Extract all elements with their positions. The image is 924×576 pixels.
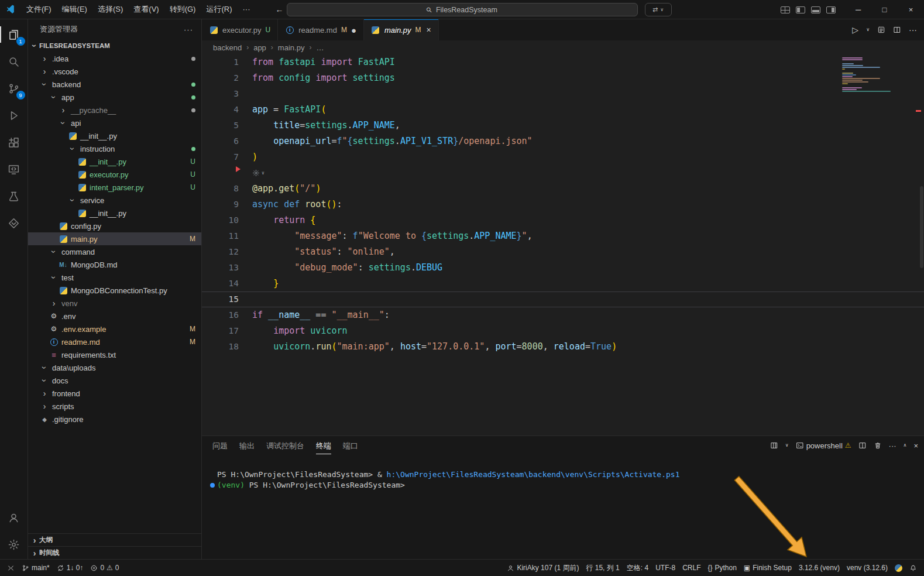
breadcrumb-item[interactable]: app <box>253 43 266 52</box>
code-line[interactable]: 17 import uvicorn <box>202 323 924 339</box>
panel-tab[interactable]: 端口 <box>343 437 358 454</box>
tree-item[interactable]: ›app <box>28 91 201 104</box>
tree-item[interactable]: ›__pycache__ <box>28 104 201 116</box>
close-tab-icon[interactable]: × <box>427 25 431 35</box>
code-line[interactable]: 4app = FastAPI( <box>202 102 924 118</box>
panel-tab[interactable]: 调试控制台 <box>266 437 304 454</box>
sidebar-more-actions[interactable]: ··· <box>184 25 193 34</box>
status-language-mode[interactable]: {}Python <box>704 560 740 576</box>
tree-item[interactable]: ›data\uploads <box>28 361 201 374</box>
run-dropdown-icon[interactable]: ∨ <box>866 28 870 32</box>
activity-scm[interactable]: 9 <box>0 75 28 102</box>
tree-item[interactable]: MongoDBConnectionTest.py <box>28 284 201 297</box>
code-line[interactable]: 16if __name__ == "__main__": <box>202 307 924 323</box>
terminal-instance[interactable]: powershell⚠ <box>796 441 851 450</box>
toggle-secondary-sidebar-icon[interactable] <box>826 6 836 13</box>
titlebar-extra-button[interactable]: ⇄ ∨ <box>645 3 672 16</box>
panel-tab[interactable]: 问题 <box>212 437 228 454</box>
code-line[interactable]: 8@app.get("/") <box>202 181 924 197</box>
interactive-window-button-icon[interactable] <box>877 26 885 34</box>
customize-layout-icon[interactable] <box>781 6 790 13</box>
code-line[interactable]: 12 "status": "online", <box>202 244 924 260</box>
tree-item[interactable]: config.py <box>28 220 201 232</box>
menu-item[interactable]: 编辑(E) <box>57 3 92 16</box>
menu-item[interactable]: ··· <box>237 3 255 16</box>
terminal-profile-dropdown-icon[interactable]: ∨ <box>785 443 789 448</box>
tree-item[interactable]: ›docs <box>28 374 201 387</box>
tree-item[interactable]: __init__.py <box>28 129 201 142</box>
tree-item[interactable]: ◆.gitignore <box>28 413 201 426</box>
activity-gear[interactable] <box>0 531 28 558</box>
tree-item[interactable]: ireadme.mdM <box>28 335 201 348</box>
panel-tab[interactable]: 终端 <box>316 437 331 454</box>
explorer-section-header[interactable]: › FILESREADSYSTEAM <box>28 39 201 52</box>
command-center-search[interactable]: ⚲ FilesReadSysteam <box>287 3 638 16</box>
activity-extensions[interactable] <box>0 129 28 156</box>
code-editor[interactable]: 1from fastapi import FastAPI2from config… <box>202 54 924 436</box>
toggle-primary-sidebar-icon[interactable] <box>796 6 805 13</box>
run-python-button-icon[interactable]: ▷ <box>852 26 858 34</box>
status-encoding[interactable]: UTF-8 <box>652 560 679 576</box>
tree-item[interactable]: ›venv <box>28 297 201 310</box>
tree-item[interactable]: ›.vscode <box>28 65 201 78</box>
status-indentation[interactable]: 空格: 4 <box>623 560 652 576</box>
editor-tab[interactable]: ireadme.mdM● <box>278 19 364 40</box>
minimize-button[interactable]: ─ <box>845 0 871 19</box>
minimap[interactable] <box>842 57 901 92</box>
activity-debug[interactable] <box>0 102 28 129</box>
status-git-blame[interactable]: KiriAky 107 (1 周前) <box>503 560 582 576</box>
activity-explorer[interactable]: 1 <box>0 21 28 48</box>
status-finish-setup[interactable]: ▣Finish Setup <box>740 560 795 576</box>
code-line[interactable]: 11 "message": f"Welcome to {settings.APP… <box>202 228 924 244</box>
tree-item[interactable]: ›api <box>28 116 201 129</box>
code-line[interactable]: 7) <box>202 149 924 165</box>
code-line[interactable]: 9async def root(): <box>202 197 924 212</box>
tree-item[interactable]: ›frontend <box>28 387 201 400</box>
menu-item[interactable]: 运行(R) <box>201 3 237 16</box>
status-cursor-position[interactable]: 行 15, 列 1 <box>582 560 623 576</box>
status-notifications-bell[interactable] <box>906 560 920 576</box>
tree-item[interactable]: ›service <box>28 194 201 207</box>
menu-item[interactable]: 选择(S) <box>92 3 128 16</box>
tree-item[interactable]: ›test <box>28 271 201 284</box>
close-panel-button-icon[interactable]: × <box>913 442 918 450</box>
tree-item[interactable]: M↓MongoDB.md <box>28 258 201 271</box>
code-line[interactable]: 6 openapi_url=f"{settings.API_V1_STR}/op… <box>202 133 924 149</box>
maximize-panel-button-icon[interactable]: ∧ <box>904 443 907 448</box>
code-line[interactable]: 18 uvicorn.run("main:app", host="127.0.0… <box>202 339 924 355</box>
breadcrumb-item[interactable]: backend <box>213 43 242 52</box>
status-remote-indicator[interactable] <box>4 560 18 576</box>
activity-testing[interactable] <box>0 183 28 210</box>
maximize-button[interactable]: □ <box>871 0 898 19</box>
editor-tab[interactable]: main.pyM× <box>364 19 439 40</box>
terminal-views-button-icon[interactable] <box>770 441 778 450</box>
activity-search[interactable] <box>0 48 28 75</box>
tree-item[interactable]: ›.idea <box>28 52 201 65</box>
editor-tab[interactable]: executor.pyU <box>202 19 278 40</box>
sidebar-section-outline[interactable]: ›大纲 <box>28 533 201 546</box>
tree-item[interactable]: ≡requirements.txt <box>28 348 201 361</box>
tree-item[interactable]: ›backend <box>28 78 201 91</box>
split-editor-button-icon[interactable] <box>893 26 901 34</box>
tree-item[interactable]: __init__.py <box>28 207 201 220</box>
split-terminal-button-icon[interactable] <box>858 441 867 450</box>
activity-custom[interactable] <box>0 210 28 236</box>
menu-item[interactable]: 转到(G) <box>164 3 201 16</box>
tree-item[interactable]: executor.pyU <box>28 168 201 181</box>
status-problems[interactable]: 0⚠0 <box>87 560 122 576</box>
code-line[interactable]: 2from config import settings <box>202 70 924 86</box>
menu-item[interactable]: 查看(V) <box>128 3 164 16</box>
close-button[interactable]: × <box>898 0 924 19</box>
inline-gear-widget[interactable]: ∨ <box>252 165 265 181</box>
tree-item[interactable]: ⚙.env <box>28 310 201 323</box>
tree-item[interactable]: ›instruction <box>28 142 201 155</box>
inline-widget-row[interactable]: ∨ <box>202 165 924 181</box>
tree-item[interactable]: main.pyM <box>28 232 201 245</box>
code-line[interactable]: 1from fastapi import FastAPI <box>202 54 924 70</box>
tree-item[interactable]: intent_parser.pyU <box>28 181 201 194</box>
menu-item[interactable]: 文件(F) <box>21 3 57 16</box>
status-python-interpreter[interactable]: 3.12.6 (venv) <box>795 560 843 576</box>
tree-item[interactable]: ⚙.env.exampleM <box>28 323 201 335</box>
breadcrumb-item[interactable]: … <box>316 43 324 52</box>
editor-more-actions-icon[interactable]: ··· <box>909 26 917 34</box>
